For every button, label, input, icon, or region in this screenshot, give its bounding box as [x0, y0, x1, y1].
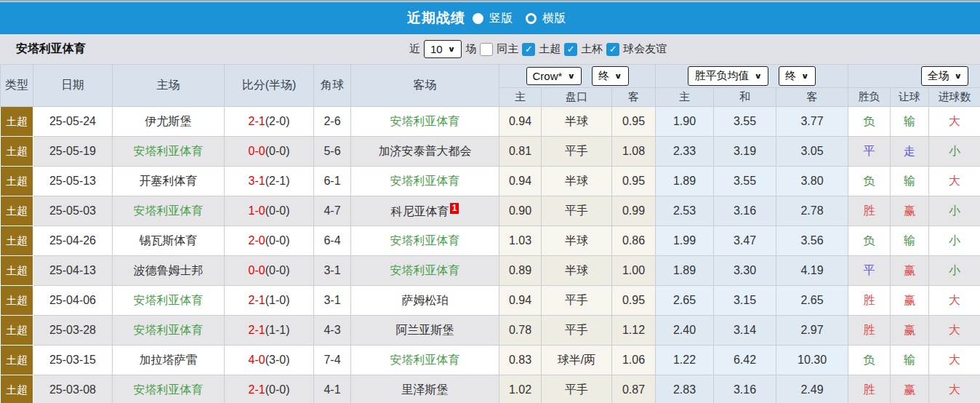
away-team-cell: 安塔利亚体育	[351, 226, 499, 256]
sub-header-odds-draw: 和	[714, 88, 776, 107]
avg-home-odds-cell: 1.22	[656, 346, 714, 375]
crow-home-odds-cell: 0.94	[499, 107, 542, 137]
cup-checkbox[interactable]: ✓	[564, 43, 577, 56]
team-name: 安塔利亚体育	[16, 41, 86, 57]
fulltime-score: 3-1	[249, 175, 265, 187]
crow-away-odds-cell: 0.95	[612, 286, 656, 316]
horizontal-layout-radio[interactable]	[526, 13, 537, 24]
halftime-score: (0-0)	[265, 383, 290, 396]
avg-draw-odds-cell: 3.16	[714, 375, 776, 403]
home-team-cell: 加拉塔萨雷	[113, 346, 225, 375]
col-header-corners: 角球	[314, 65, 351, 107]
match-row: 土超25-03-15加拉塔萨雷4-0(3-0)7-4安塔利亚体育0.83球半/两…	[1, 346, 980, 375]
fulltime-score: 4-0	[249, 354, 265, 366]
bookmaker-time-select[interactable]: 终 ∨	[592, 66, 629, 86]
cup-label[interactable]: 土杯	[581, 42, 603, 56]
home-team-cell: 安塔利亚体育	[113, 286, 225, 316]
match-row: 土超25-03-08安塔利亚体育2-1(0-0)4-1里泽斯堡1.02平手0.8…	[1, 375, 980, 403]
goals-result-cell: 大	[929, 375, 980, 403]
vertical-layout-label[interactable]: 竖版	[489, 11, 513, 26]
chevron-down-icon: ∨	[754, 72, 762, 81]
same-home-label[interactable]: 同主	[497, 42, 518, 56]
avg-draw-odds-cell: 3.19	[714, 137, 776, 167]
crow-away-odds-cell: 0.86	[612, 226, 656, 256]
odds-time-select[interactable]: 终 ∨	[779, 66, 816, 86]
avg-away-odds-cell: 3.77	[776, 107, 848, 137]
avg-away-odds-cell: 3.56	[776, 226, 848, 256]
crow-away-odds-cell: 0.99	[612, 196, 656, 226]
crow-home-odds-cell: 0.81	[499, 137, 542, 167]
handicap-result-cell: 输	[891, 346, 929, 375]
wdl-result-cell: 负	[848, 346, 891, 375]
avg-away-odds-cell: 3.80	[776, 167, 848, 196]
fulltime-score: 2-0	[249, 234, 265, 247]
wdl-result-cell: 平	[848, 137, 891, 167]
vertical-layout-radio[interactable]	[473, 13, 483, 24]
avg-away-odds-cell: 2.78	[776, 196, 848, 226]
league-type-cell: 土超	[1, 346, 33, 375]
handicap-cell: 平手	[542, 196, 612, 226]
table-body: 土超25-05-24伊尤斯堡2-1(2-0)2-6安塔利亚体育0.94半球0.9…	[1, 107, 980, 403]
avg-away-odds-cell: 2.65	[776, 286, 848, 316]
score-cell: 3-1(2-1)	[225, 167, 314, 196]
crow-home-odds-cell: 1.03	[499, 226, 542, 256]
score-cell: 1-0(0-0)	[225, 196, 314, 226]
handicap-result-cell: 走	[891, 137, 929, 167]
away-team-cell: 安塔利亚体育	[351, 107, 499, 137]
home-team-cell: 安塔利亚体育	[113, 316, 225, 346]
handicap-cell: 半球	[542, 256, 612, 286]
avg-home-odds-cell: 2.65	[656, 286, 714, 316]
chevron-down-icon: ∨	[801, 72, 809, 81]
halftime-score: (0-0)	[265, 234, 290, 247]
match-row: 土超25-05-13开塞利体育3-1(2-1)6-1安塔利亚体育0.94半球0.…	[1, 167, 980, 196]
corners-cell: 4-7	[314, 196, 351, 226]
recent-results-table: 类型 日期 主场 比分(半场) 角球 客场 Crow* ∨ 终 ∨	[0, 64, 980, 403]
super-league-label[interactable]: 土超	[539, 42, 561, 56]
date-cell: 25-05-24	[33, 107, 113, 137]
bookmaker-select[interactable]: Crow* ∨	[526, 67, 582, 85]
avg-away-odds-cell: 4.19	[776, 256, 848, 286]
horizontal-layout-label[interactable]: 横版	[542, 11, 566, 26]
crow-home-odds-cell: 0.78	[499, 316, 542, 346]
crow-home-odds-cell: 0.90	[499, 196, 542, 226]
odds-average-select[interactable]: 胜平负均值 ∨	[688, 66, 768, 86]
avg-draw-odds-cell: 3.16	[714, 196, 776, 226]
date-cell: 25-04-13	[33, 256, 113, 286]
fulltime-score: 2-1	[249, 294, 265, 306]
sub-header-handicap: 盘口	[542, 88, 612, 107]
corners-cell: 6-1	[314, 167, 351, 196]
wdl-result-cell: 平	[848, 256, 891, 286]
recent-count-select[interactable]: 10 ∨	[424, 40, 462, 58]
crow-away-odds-cell: 1.08	[612, 137, 656, 167]
home-team-cell: 安塔利亚体育	[113, 196, 225, 226]
corners-cell: 7-4	[314, 346, 351, 375]
chevron-down-icon: ∨	[448, 45, 456, 54]
same-home-checkbox[interactable]	[480, 43, 493, 56]
crow-away-odds-cell: 1.00	[612, 256, 656, 286]
title-bar: 近期战绩 竖版 横版	[0, 2, 980, 34]
friendly-label[interactable]: 球会友谊	[623, 42, 667, 56]
friendly-checkbox[interactable]: ✓	[606, 43, 619, 56]
sub-header-handicap-result: 让球	[891, 88, 929, 107]
away-team-cell: 科尼亚体育1	[351, 196, 499, 226]
goals-result-cell: 小	[929, 226, 980, 256]
sub-header-wdl: 胜负	[848, 88, 891, 107]
match-row: 土超25-04-06安塔利亚体育2-1(1-0)3-1萨姆松珀0.94平手0.9…	[1, 286, 980, 316]
avg-home-odds-cell: 2.40	[656, 316, 714, 346]
matches-label: 场	[465, 42, 476, 56]
fulltime-select[interactable]: 全场 ∨	[921, 66, 969, 86]
home-team-cell: 波德鲁姆士邦	[113, 256, 225, 286]
league-type-cell: 土超	[1, 256, 33, 286]
chevron-down-icon: ∨	[614, 72, 622, 81]
super-league-checkbox[interactable]: ✓	[522, 43, 535, 56]
col-header-score: 比分(半场)	[225, 65, 314, 107]
rank-badge: 1	[450, 203, 459, 214]
match-row: 土超25-05-03安塔利亚体育1-0(0-0)4-7科尼亚体育10.90平手0…	[1, 196, 980, 226]
score-cell: 2-1(1-0)	[225, 286, 314, 316]
corners-cell: 3-1	[314, 286, 351, 316]
avg-home-odds-cell: 2.53	[656, 196, 714, 226]
match-row: 土超25-05-19安塔利亚体育0-0(0-0)5-6加济安泰普大都会0.81平…	[1, 137, 980, 167]
fulltime-score: 0-0	[249, 264, 265, 276]
handicap-cell: 半球	[542, 107, 612, 137]
league-type-cell: 土超	[1, 196, 33, 226]
